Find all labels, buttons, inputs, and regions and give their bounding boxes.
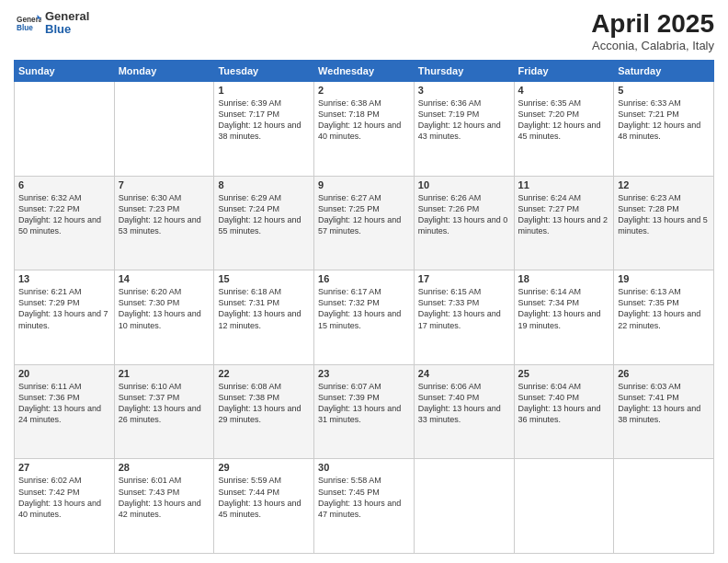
calendar-cell: 6Sunrise: 6:32 AM Sunset: 7:22 PM Daylig… (15, 176, 115, 270)
calendar-cell: 9Sunrise: 6:27 AM Sunset: 7:25 PM Daylig… (314, 176, 415, 270)
calendar-cell: 2Sunrise: 6:38 AM Sunset: 7:18 PM Daylig… (314, 82, 415, 177)
day-number: 18 (518, 273, 610, 284)
day-header-thursday: Thursday (414, 61, 514, 82)
day-number: 20 (18, 368, 110, 379)
day-number: 3 (418, 85, 510, 96)
calendar-cell: 19Sunrise: 6:13 AM Sunset: 7:35 PM Dayli… (614, 270, 714, 365)
day-number: 4 (518, 85, 610, 96)
calendar-cell: 14Sunrise: 6:20 AM Sunset: 7:30 PM Dayli… (114, 270, 214, 365)
day-header-saturday: Saturday (614, 61, 714, 82)
calendar-cell: 18Sunrise: 6:14 AM Sunset: 7:34 PM Dayli… (514, 270, 614, 365)
day-number: 17 (418, 273, 510, 284)
day-info: Sunrise: 6:26 AM Sunset: 7:26 PM Dayligh… (418, 192, 510, 237)
calendar-header-row: SundayMondayTuesdayWednesdayThursdayFrid… (15, 61, 714, 82)
calendar-cell: 11Sunrise: 6:24 AM Sunset: 7:27 PM Dayli… (514, 176, 614, 270)
day-number: 25 (518, 368, 610, 379)
title-block: April 2025 Acconia, Calabria, Italy (591, 9, 714, 52)
logo-line2: Blue (45, 23, 89, 36)
calendar-cell: 30Sunrise: 5:58 AM Sunset: 7:45 PM Dayli… (314, 459, 415, 554)
day-info: Sunrise: 5:58 AM Sunset: 7:45 PM Dayligh… (318, 475, 410, 520)
day-header-tuesday: Tuesday (214, 61, 314, 82)
day-info: Sunrise: 6:15 AM Sunset: 7:33 PM Dayligh… (418, 286, 510, 331)
day-info: Sunrise: 6:08 AM Sunset: 7:38 PM Dayligh… (218, 381, 310, 426)
day-info: Sunrise: 6:04 AM Sunset: 7:40 PM Dayligh… (518, 381, 610, 426)
calendar-cell: 23Sunrise: 6:07 AM Sunset: 7:39 PM Dayli… (314, 364, 415, 459)
calendar-cell (114, 82, 214, 177)
calendar-cell (414, 459, 514, 554)
calendar-table: SundayMondayTuesdayWednesdayThursdayFrid… (14, 60, 714, 554)
day-number: 22 (218, 368, 310, 379)
calendar-cell: 17Sunrise: 6:15 AM Sunset: 7:33 PM Dayli… (414, 270, 514, 365)
day-number: 29 (218, 462, 310, 473)
calendar-cell: 22Sunrise: 6:08 AM Sunset: 7:38 PM Dayli… (214, 364, 314, 459)
day-number: 21 (119, 368, 210, 379)
calendar-cell: 25Sunrise: 6:04 AM Sunset: 7:40 PM Dayli… (514, 364, 614, 459)
day-number: 16 (318, 273, 410, 284)
logo-icon: General Blue (14, 9, 41, 37)
calendar-cell: 7Sunrise: 6:30 AM Sunset: 7:23 PM Daylig… (114, 176, 214, 270)
calendar-week-1: 1Sunrise: 6:39 AM Sunset: 7:17 PM Daylig… (15, 82, 714, 177)
day-info: Sunrise: 6:02 AM Sunset: 7:42 PM Dayligh… (18, 475, 110, 520)
calendar-cell: 4Sunrise: 6:35 AM Sunset: 7:20 PM Daylig… (514, 82, 614, 177)
day-number: 30 (318, 462, 410, 473)
day-number: 13 (18, 273, 110, 284)
day-number: 14 (119, 273, 210, 284)
day-info: Sunrise: 6:14 AM Sunset: 7:34 PM Dayligh… (518, 286, 610, 331)
day-number: 10 (418, 179, 510, 190)
day-info: Sunrise: 6:39 AM Sunset: 7:17 PM Dayligh… (218, 98, 310, 143)
day-info: Sunrise: 6:17 AM Sunset: 7:32 PM Dayligh… (318, 286, 410, 331)
page: General Blue General Blue April 2025 Acc… (0, 0, 728, 563)
calendar-cell: 13Sunrise: 6:21 AM Sunset: 7:29 PM Dayli… (15, 270, 115, 365)
day-header-sunday: Sunday (15, 61, 115, 82)
day-number: 6 (18, 179, 110, 190)
calendar-week-2: 6Sunrise: 6:32 AM Sunset: 7:22 PM Daylig… (15, 176, 714, 270)
day-number: 26 (618, 368, 710, 379)
day-info: Sunrise: 5:59 AM Sunset: 7:44 PM Dayligh… (218, 475, 310, 520)
day-info: Sunrise: 6:27 AM Sunset: 7:25 PM Dayligh… (318, 192, 410, 237)
calendar-cell: 26Sunrise: 6:03 AM Sunset: 7:41 PM Dayli… (614, 364, 714, 459)
day-info: Sunrise: 6:07 AM Sunset: 7:39 PM Dayligh… (318, 381, 410, 426)
day-info: Sunrise: 6:06 AM Sunset: 7:40 PM Dayligh… (418, 381, 510, 426)
day-number: 23 (318, 368, 410, 379)
day-number: 1 (218, 85, 310, 96)
calendar-cell: 15Sunrise: 6:18 AM Sunset: 7:31 PM Dayli… (214, 270, 314, 365)
day-info: Sunrise: 6:35 AM Sunset: 7:20 PM Dayligh… (518, 98, 610, 143)
calendar-week-3: 13Sunrise: 6:21 AM Sunset: 7:29 PM Dayli… (15, 270, 714, 365)
day-number: 2 (318, 85, 410, 96)
day-info: Sunrise: 6:21 AM Sunset: 7:29 PM Dayligh… (18, 286, 110, 331)
day-info: Sunrise: 6:23 AM Sunset: 7:28 PM Dayligh… (618, 192, 710, 237)
day-info: Sunrise: 6:24 AM Sunset: 7:27 PM Dayligh… (518, 192, 610, 237)
day-info: Sunrise: 6:30 AM Sunset: 7:23 PM Dayligh… (119, 192, 210, 237)
day-number: 28 (119, 462, 210, 473)
main-title: April 2025 (591, 9, 714, 39)
calendar-cell (614, 459, 714, 554)
calendar-cell: 10Sunrise: 6:26 AM Sunset: 7:26 PM Dayli… (414, 176, 514, 270)
header: General Blue General Blue April 2025 Acc… (14, 9, 714, 52)
day-info: Sunrise: 6:11 AM Sunset: 7:36 PM Dayligh… (18, 381, 110, 426)
day-number: 12 (618, 179, 710, 190)
day-header-friday: Friday (514, 61, 614, 82)
day-info: Sunrise: 6:13 AM Sunset: 7:35 PM Dayligh… (618, 286, 710, 331)
day-info: Sunrise: 6:38 AM Sunset: 7:18 PM Dayligh… (318, 98, 410, 143)
svg-text:Blue: Blue (17, 24, 33, 32)
day-number: 24 (418, 368, 510, 379)
calendar-cell: 16Sunrise: 6:17 AM Sunset: 7:32 PM Dayli… (314, 270, 415, 365)
logo-line1: General (45, 10, 89, 23)
day-info: Sunrise: 6:33 AM Sunset: 7:21 PM Dayligh… (618, 98, 710, 143)
calendar-cell: 24Sunrise: 6:06 AM Sunset: 7:40 PM Dayli… (414, 364, 514, 459)
day-info: Sunrise: 6:36 AM Sunset: 7:19 PM Dayligh… (418, 98, 510, 143)
calendar-cell: 20Sunrise: 6:11 AM Sunset: 7:36 PM Dayli… (15, 364, 115, 459)
day-header-monday: Monday (114, 61, 214, 82)
calendar-cell: 29Sunrise: 5:59 AM Sunset: 7:44 PM Dayli… (214, 459, 314, 554)
day-number: 9 (318, 179, 410, 190)
logo: General Blue General Blue (14, 9, 89, 37)
day-number: 11 (518, 179, 610, 190)
calendar-cell (15, 82, 115, 177)
day-info: Sunrise: 6:29 AM Sunset: 7:24 PM Dayligh… (218, 192, 310, 237)
calendar-cell: 8Sunrise: 6:29 AM Sunset: 7:24 PM Daylig… (214, 176, 314, 270)
calendar-cell (514, 459, 614, 554)
calendar-cell: 28Sunrise: 6:01 AM Sunset: 7:43 PM Dayli… (114, 459, 214, 554)
calendar-week-5: 27Sunrise: 6:02 AM Sunset: 7:42 PM Dayli… (15, 459, 714, 554)
day-number: 19 (618, 273, 710, 284)
calendar-cell: 21Sunrise: 6:10 AM Sunset: 7:37 PM Dayli… (114, 364, 214, 459)
